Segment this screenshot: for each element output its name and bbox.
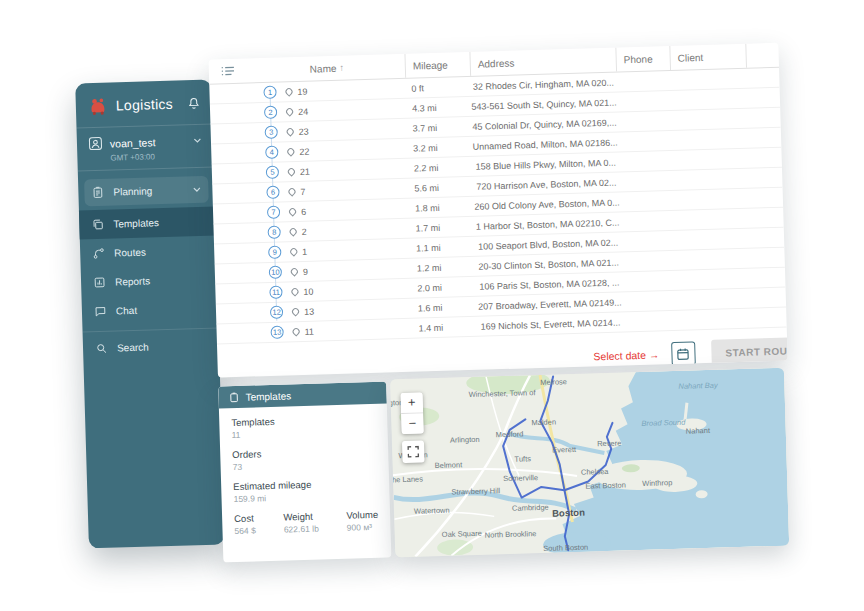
map-label: Everett bbox=[552, 445, 576, 455]
user-timezone: GMT +03:00 bbox=[110, 151, 202, 163]
routes-icon bbox=[92, 247, 105, 260]
templates-icon bbox=[91, 218, 104, 231]
user-icon bbox=[88, 136, 103, 151]
stop-sequence-badge: 7 bbox=[267, 206, 280, 219]
pin-icon bbox=[287, 208, 298, 215]
zoom-in-button[interactable]: + bbox=[401, 392, 424, 413]
pin-icon bbox=[286, 168, 297, 175]
search-icon bbox=[95, 342, 108, 355]
app-title: Logistics bbox=[116, 96, 180, 114]
address-cell: 260 Old Colony Ave, Boston, MA 0... bbox=[474, 197, 620, 211]
sidebar-item-chat[interactable]: Chat bbox=[82, 293, 219, 326]
select-date-link[interactable]: Select date → bbox=[593, 348, 659, 362]
stop-sequence-badge: 12 bbox=[270, 306, 283, 319]
stop-id: 24 bbox=[298, 106, 308, 116]
stop-sequence-badge: 10 bbox=[269, 266, 282, 279]
list-icon[interactable] bbox=[221, 65, 235, 77]
pin-icon bbox=[285, 128, 296, 135]
stop-id: 22 bbox=[299, 146, 309, 156]
chevron-down-icon bbox=[192, 185, 201, 194]
templates-table-card: Name↑ Mileage Address Phone Client 1190 … bbox=[209, 43, 788, 378]
map-label: he Lanes bbox=[392, 474, 423, 484]
zoom-control: + − bbox=[401, 392, 424, 434]
map-label: Cambridge bbox=[512, 503, 549, 513]
address-cell: 20-30 Clinton St, Boston, MA 021... bbox=[476, 257, 622, 271]
stop-sequence-badge: 3 bbox=[265, 126, 278, 139]
templates-stats-card: Templates Templates 11 Orders 73 Estimat… bbox=[218, 382, 391, 563]
address-cell: 720 Harrison Ave, Boston, MA 02... bbox=[473, 177, 619, 191]
pin-icon bbox=[289, 268, 300, 275]
pin-icon bbox=[290, 308, 301, 315]
sidebar-item-templates[interactable]: Templates bbox=[79, 207, 216, 240]
map-label: Melrose bbox=[540, 377, 567, 387]
map-label: Chelsea bbox=[581, 467, 609, 477]
mileage-cell: 1.2 mi bbox=[411, 261, 476, 273]
user-menu[interactable]: voan_test GMT +03:00 bbox=[77, 125, 214, 172]
stat-weight: Weight 622.61 lb bbox=[283, 511, 319, 535]
map-label: Strawberry Hill bbox=[451, 486, 500, 496]
app-mockup: Logistics voan_test GMT +03:00 Planning … bbox=[59, 42, 814, 574]
calendar-icon bbox=[677, 347, 690, 360]
logo-icon bbox=[87, 95, 110, 118]
clipboard-icon bbox=[228, 391, 239, 402]
map[interactable]: Melrose Winchester, Town of gton Malden … bbox=[390, 368, 789, 558]
address-cell: 169 Nichols St, Everett, MA 0214... bbox=[477, 317, 623, 331]
stat-cost: Cost 564 $ bbox=[234, 512, 256, 536]
stats-card-title: Templates bbox=[245, 390, 291, 402]
stat-estimated-mileage: Estimated mileage 159.9 mi bbox=[233, 477, 378, 504]
sidebar-item-planning[interactable]: Planning bbox=[84, 176, 209, 207]
mileage-cell: 1.1 mi bbox=[410, 241, 475, 253]
zoom-out-button[interactable]: − bbox=[401, 413, 424, 434]
sidebar-item-search[interactable]: Search bbox=[83, 327, 220, 363]
pin-icon bbox=[291, 328, 302, 335]
map-label: Belmont bbox=[435, 460, 463, 470]
map-label: Malden bbox=[531, 417, 556, 427]
mileage-cell: 2.2 mi bbox=[408, 161, 473, 173]
column-header-spacer bbox=[745, 43, 779, 68]
map-label: Nahant bbox=[686, 426, 710, 436]
sidebar-item-reports[interactable]: Reports bbox=[81, 264, 218, 297]
mileage-cell: 2.0 mi bbox=[411, 281, 476, 293]
expand-map-button[interactable] bbox=[402, 440, 425, 463]
map-label: Arlington bbox=[450, 435, 480, 445]
map-label: Watertown bbox=[414, 506, 450, 516]
map-label: Nahant Bay bbox=[678, 381, 717, 391]
mileage-cell: 4.3 mi bbox=[406, 101, 471, 113]
stop-sequence-badge: 6 bbox=[266, 186, 279, 199]
column-header-phone[interactable]: Phone bbox=[615, 46, 670, 72]
address-cell: 1 Harbor St, Boston, MA 02210, C... bbox=[474, 217, 620, 231]
stop-id: 7 bbox=[300, 186, 305, 196]
reports-icon bbox=[93, 276, 106, 289]
map-label: Medford bbox=[496, 429, 524, 439]
mileage-cell: 3.7 mi bbox=[407, 121, 472, 133]
user-name: voan_test bbox=[110, 135, 186, 149]
mileage-cell: 5.6 mi bbox=[408, 181, 473, 193]
map-label: Broad Sound bbox=[641, 418, 685, 428]
address-cell: 106 Paris St, Boston, MA 02128, ... bbox=[476, 277, 622, 291]
map-label: Oak Square bbox=[442, 529, 482, 539]
mileage-cell: 1.7 mi bbox=[409, 221, 474, 233]
address-cell: Unnamed Road, Milton, MA 02186... bbox=[472, 137, 618, 151]
pin-icon bbox=[288, 248, 299, 255]
stop-id: 13 bbox=[304, 306, 314, 316]
pin-icon bbox=[289, 288, 300, 295]
start-route-button[interactable]: START ROU bbox=[711, 337, 788, 367]
column-header-address[interactable]: Address bbox=[469, 48, 616, 76]
stat-templates: Templates 11 bbox=[231, 413, 376, 440]
mileage-cell: 1.6 mi bbox=[412, 301, 477, 313]
address-cell: 543-561 South St, Quincy, MA 021... bbox=[471, 97, 617, 111]
pin-icon bbox=[288, 228, 299, 235]
column-header-name[interactable]: Name↑ bbox=[249, 54, 406, 83]
notifications-bell-icon[interactable] bbox=[187, 96, 201, 110]
column-header-mileage[interactable]: Mileage bbox=[404, 52, 470, 78]
map-label: East Boston bbox=[585, 480, 626, 490]
column-header-client[interactable]: Client bbox=[669, 44, 746, 70]
calendar-button[interactable] bbox=[671, 341, 696, 366]
stop-id: 19 bbox=[297, 86, 307, 96]
stop-id: 1 bbox=[302, 246, 307, 256]
map-label: South Boston bbox=[543, 543, 588, 553]
pin-icon bbox=[284, 108, 295, 115]
stop-sequence-badge: 2 bbox=[264, 106, 277, 119]
stop-sequence-badge: 1 bbox=[263, 86, 276, 99]
sidebar-item-routes[interactable]: Routes bbox=[80, 236, 217, 269]
